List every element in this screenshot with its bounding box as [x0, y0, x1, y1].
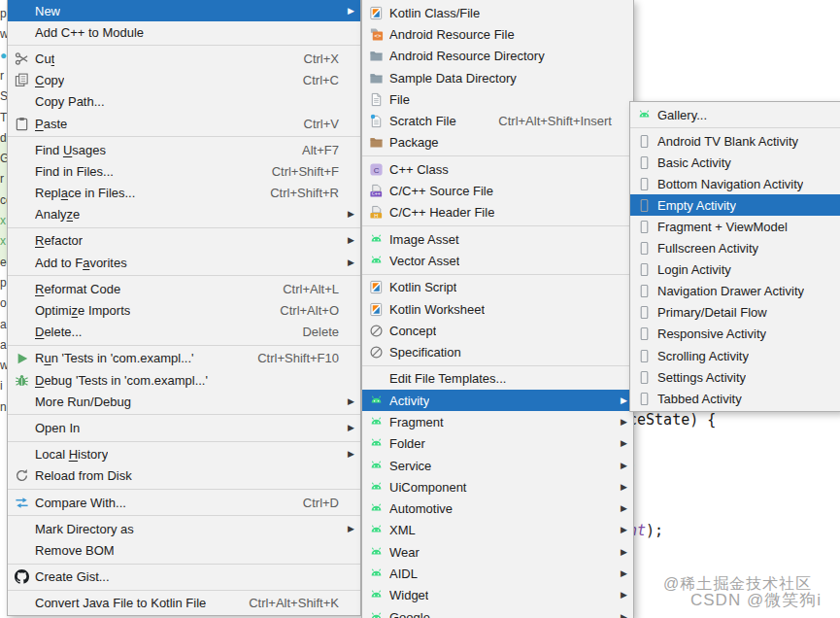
menu-item-run-tests-in-com-exampl[interactable]: Run 'Tests in 'com.exampl...'Ctrl+Shift+…	[8, 348, 360, 369]
menu-item-automotive[interactable]: Automotive▶	[362, 498, 633, 520]
menu-item-c-class[interactable]: CC++ Class	[362, 158, 633, 180]
menu-item-remove-bom[interactable]: Remove BOM	[8, 539, 360, 561]
menu-item-folder[interactable]: Folder▶	[362, 433, 633, 455]
menu-item-fragment-viewmodel[interactable]: Fragment + ViewModel	[630, 216, 840, 237]
menu-item-scratch-file[interactable]: Scratch FileCtrl+Alt+Shift+Insert	[362, 110, 633, 131]
icon-spacer	[14, 142, 30, 157]
menu-separator	[8, 136, 360, 137]
file-icon	[368, 91, 385, 107]
menu-item-wear[interactable]: Wear▶	[362, 541, 633, 563]
icon-spacer	[14, 447, 30, 463]
menu-item-label: Reload from Disk	[35, 468, 132, 483]
menu-item-new[interactable]: New▶	[8, 0, 360, 21]
menu-item-mark-directory-as[interactable]: Mark Directory as▶	[8, 518, 360, 539]
menu-item-label: Gallery...	[657, 108, 707, 122]
submenu-arrow-icon: ▶	[618, 462, 627, 470]
menu-item-more-run-debug[interactable]: More Run/Debug▶	[8, 391, 360, 412]
menu-item-android-resource-file[interactable]: <>Android Resource File	[362, 23, 633, 45]
menu-item-android-resource-directory[interactable]: Android Resource Directory	[362, 46, 633, 67]
menu-item-label: Vector Asset	[389, 254, 459, 268]
menu-item-aidl[interactable]: AIDL▶	[362, 563, 633, 584]
menu-item-find-usages[interactable]: Find UsagesAlt+F7	[8, 139, 360, 160]
menu-item-file[interactable]: File	[362, 88, 633, 110]
activity-tpl-icon	[636, 197, 653, 213]
menu-item-android-tv-blank-activity[interactable]: Android TV Blank Activity	[630, 130, 840, 152]
menu-item-cut[interactable]: CutCtrl+X	[8, 48, 360, 69]
menu-item-specification[interactable]: Specification	[362, 341, 633, 362]
icon-spacer	[14, 255, 30, 270]
menu-item-tabbed-activity[interactable]: Tabbed Activity	[630, 388, 840, 409]
menu-item-delete[interactable]: Delete...Delete	[8, 322, 360, 343]
menu-item-widget[interactable]: Widget▶	[362, 585, 633, 606]
menu-item-compare-with[interactable]: Compare With...Ctrl+D	[8, 492, 360, 513]
menu-item-reformat-code[interactable]: Reformat CodeCtrl+Alt+L	[8, 278, 360, 299]
menu-item-empty-activity[interactable]: Empty Activity	[630, 194, 840, 216]
menu-item-replace-in-files[interactable]: Replace in Files...Ctrl+Shift+R	[8, 183, 360, 204]
android-icon	[368, 479, 385, 495]
menu-separator	[362, 225, 633, 226]
menu-separator	[8, 564, 360, 565]
menu-item-copy-path[interactable]: Copy Path...	[8, 91, 360, 113]
menu-item-sample-data-directory[interactable]: Sample Data Directory	[362, 67, 633, 88]
menu-item-kotlin-class-file[interactable]: Kotlin Class/File	[362, 2, 633, 23]
activity-submenu: Gallery...Android TV Blank ActivityBasic…	[629, 101, 840, 412]
menu-item-copy[interactable]: CopyCtrl+C	[8, 70, 360, 91]
menu-item-google[interactable]: Google▶	[362, 606, 633, 618]
watermark-line2: CSDN @微笑狗i	[690, 589, 822, 611]
menu-item-reload-from-disk[interactable]: Reload from Disk	[8, 465, 360, 487]
menu-item-paste[interactable]: PasteCtrl+V	[8, 113, 360, 134]
menu-item-xml[interactable]: XML▶	[362, 520, 633, 541]
menu-item-concept[interactable]: Concept	[362, 320, 633, 341]
menu-item-shortcut: Ctrl+X	[294, 52, 339, 66]
menu-separator	[362, 365, 633, 366]
menu-item-label: Reformat Code	[35, 282, 120, 296]
menu-item-activity[interactable]: Activity▶	[362, 390, 633, 411]
menu-item-responsive-activity[interactable]: Responsive Activity	[630, 324, 840, 345]
menu-item-find-in-files[interactable]: Find in Files...Ctrl+Shift+F	[8, 160, 360, 182]
menu-item-analyze[interactable]: Analyze▶	[8, 204, 360, 225]
menu-item-create-gist[interactable]: Create Gist...	[8, 566, 360, 588]
menu-item-optimize-imports[interactable]: Optimize ImportsCtrl+Alt+O	[8, 299, 360, 321]
menu-item-open-in[interactable]: Open In▶	[8, 417, 360, 438]
menu-item-c-c-source-file[interactable]: C++C/C++ Source File	[362, 180, 633, 201]
menu-item-label: Sample Data Directory	[389, 71, 517, 86]
github-icon	[14, 569, 30, 585]
menu-item-add-to-favorites[interactable]: Add to Favorites▶	[8, 252, 360, 273]
menu-item-shortcut: Ctrl+C	[293, 73, 339, 87]
menu-item-uicomponent[interactable]: UiComponent▶	[362, 476, 633, 498]
menu-item-vector-asset[interactable]: Vector Asset	[362, 250, 633, 271]
menu-item-fullscreen-activity[interactable]: Fullscreen Activity	[630, 238, 840, 259]
menu-item-navigation-drawer-activity[interactable]: Navigation Drawer Activity	[630, 281, 840, 302]
menu-item-shortcut: Alt+F7	[292, 143, 339, 157]
menu-item-basic-activity[interactable]: Basic Activity	[630, 152, 840, 173]
menu-item-image-asset[interactable]: Image Asset	[362, 228, 633, 250]
menu-item-local-history[interactable]: Local History▶	[8, 444, 360, 465]
menu-item-label: New	[35, 4, 60, 18]
menu-item-debug-tests-in-com-exampl[interactable]: Debug 'Tests in 'com.exampl...'	[8, 369, 360, 391]
menu-item-primary-detail-flow[interactable]: Primary/Detail Flow	[630, 302, 840, 324]
menu-item-scrolling-activity[interactable]: Scrolling Activity	[630, 345, 840, 366]
menu-item-label: Responsive Activity	[657, 326, 766, 341]
menu-item-c-c-header-file[interactable]: HC/C++ Header File	[362, 202, 633, 223]
cpp-class-icon: C	[368, 161, 385, 177]
menu-item-service[interactable]: Service▶	[362, 455, 633, 476]
menu-item-add-c-to-module[interactable]: Add C++ to Module	[8, 21, 360, 43]
android-studio-screen: ceState) { ; nt); @稀土掘金技术社区 CSDN @微笑狗i p…	[0, 0, 840, 618]
reload-icon	[14, 468, 30, 484]
menu-item-kotlin-worksheet[interactable]: Kotlin Worksheet	[362, 298, 633, 320]
compare-icon	[14, 495, 30, 510]
menu-item-package[interactable]: Package	[362, 132, 633, 154]
menu-item-convert-java-file-to-kotlin-file[interactable]: Convert Java File to Kotlin FileCtrl+Alt…	[8, 593, 360, 614]
menu-item-shortcut: Ctrl+D	[293, 496, 339, 510]
menu-item-fragment[interactable]: Fragment▶	[362, 411, 633, 432]
menu-item-refactor[interactable]: Refactor▶	[8, 230, 360, 252]
menu-item-login-activity[interactable]: Login Activity	[630, 259, 840, 281]
activity-tpl-icon	[636, 262, 653, 278]
svg-text:<>: <>	[374, 32, 382, 39]
menu-item-settings-activity[interactable]: Settings Activity	[630, 366, 840, 388]
menu-item-kotlin-script[interactable]: Kotlin Script	[362, 277, 633, 298]
menu-item-gallery[interactable]: Gallery...	[630, 104, 840, 125]
icon-spacer	[14, 163, 30, 179]
menu-item-edit-file-templates[interactable]: Edit File Templates...	[362, 368, 633, 390]
menu-item-bottom-navigation-activity[interactable]: Bottom Navigation Activity	[630, 173, 840, 194]
